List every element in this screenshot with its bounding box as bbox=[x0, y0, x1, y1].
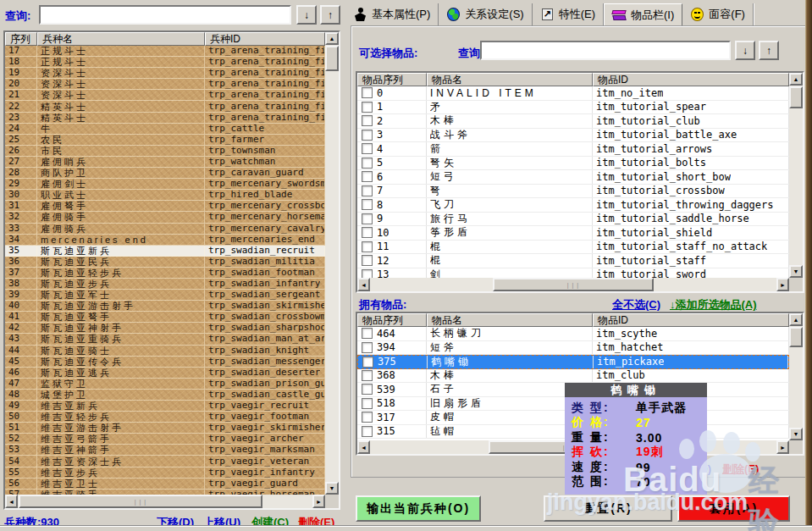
row-checkbox[interactable] bbox=[362, 115, 373, 126]
table-row[interactable]: 36斯瓦迪亚民兵trp_swadian_militia bbox=[5, 257, 325, 268]
table-row[interactable]: 2木棒itm_tutorial_club bbox=[357, 114, 789, 129]
table-row[interactable]: 51维吉亚游击射手trp_vaegir_skirmisher bbox=[5, 423, 325, 434]
tab-relations[interactable]: 关系设定(S) bbox=[439, 3, 532, 25]
table-row[interactable]: 41斯瓦迪亚弩手trp_swadian_crossbowm bbox=[5, 312, 325, 323]
scroll-up-button[interactable] bbox=[789, 73, 803, 86]
table-row[interactable]: 49维吉亚新兵trp_vaegir_recruit bbox=[5, 401, 325, 412]
column-header[interactable]: 物品ID bbox=[593, 313, 789, 327]
table-row[interactable]: 28商队护卫trp_caravan_guard bbox=[5, 168, 325, 179]
troop-search-input[interactable] bbox=[39, 5, 291, 25]
item-search-up-button[interactable]: ↑ bbox=[759, 41, 779, 60]
available-vscrollbar[interactable] bbox=[789, 73, 803, 278]
column-header[interactable]: 兵种ID bbox=[205, 32, 325, 46]
scroll-right-button[interactable] bbox=[312, 495, 325, 508]
table-row[interactable]: 464长柄镰刀itm_scythe bbox=[357, 327, 789, 341]
tab-basic[interactable]: 基本属性(P) bbox=[345, 3, 439, 25]
owned-vscrollbar[interactable] bbox=[789, 313, 803, 440]
scroll-right-button[interactable] bbox=[776, 278, 789, 291]
table-row[interactable]: 5弩矢itm_tutorial_bolts bbox=[357, 157, 789, 171]
row-checkbox[interactable] bbox=[362, 199, 373, 210]
row-checkbox[interactable] bbox=[362, 102, 373, 113]
row-checkbox[interactable] bbox=[362, 158, 373, 169]
table-row[interactable]: 40斯瓦迪亚游击射手trp_swadian_skirmisher bbox=[5, 301, 325, 312]
table-row[interactable]: 34mercenaries endtrp_mercenaries_end bbox=[5, 235, 325, 246]
column-header[interactable]: 物品序列 bbox=[357, 73, 427, 86]
table-row[interactable]: 375鹤嘴锄itm_pickaxe bbox=[357, 355, 789, 369]
row-checkbox[interactable] bbox=[362, 171, 373, 182]
table-row[interactable]: 21资深斗士trp_arena_training_fi bbox=[5, 90, 325, 101]
hscroll-thumb[interactable]: | | | bbox=[19, 495, 262, 508]
row-checkbox[interactable] bbox=[362, 185, 373, 196]
table-row[interactable]: 10筝形盾itm_tutorial_shield bbox=[357, 226, 789, 241]
table-row[interactable]: 26市民trp_townsman bbox=[5, 146, 325, 157]
row-checkbox[interactable] bbox=[362, 241, 373, 252]
scroll-down-button[interactable] bbox=[325, 482, 339, 495]
row-checkbox[interactable] bbox=[362, 143, 373, 154]
table-row[interactable]: 394短斧itm_hatchet bbox=[357, 341, 789, 356]
row-checkbox[interactable] bbox=[362, 269, 373, 278]
table-row[interactable]: 30职业武士trp_hired_blade bbox=[5, 190, 325, 201]
vscroll-thumb[interactable] bbox=[325, 46, 339, 71]
table-row[interactable]: 54维吉亚资深士兵trp_vaegir_veteran bbox=[5, 456, 325, 467]
apply-button[interactable]: 套用(A) bbox=[677, 495, 790, 522]
table-row[interactable]: 39斯瓦迪亚军士trp_swadian_sergeant bbox=[5, 290, 325, 301]
table-row[interactable]: 35斯瓦迪亚新兵trp_swadian_recruit bbox=[5, 246, 325, 257]
tab-traits[interactable]: 特性(E) bbox=[533, 3, 604, 25]
vscroll-thumb[interactable] bbox=[789, 327, 803, 347]
scroll-up-button[interactable] bbox=[789, 313, 803, 326]
table-row[interactable]: 17正规斗士trp_arena_training_fi bbox=[5, 46, 325, 57]
row-checkbox[interactable] bbox=[362, 227, 373, 238]
export-current-troop-button[interactable]: 输出当前兵种(O) bbox=[356, 495, 481, 522]
clear-all-link[interactable]: 全不选(C) bbox=[612, 297, 660, 313]
row-checkbox[interactable] bbox=[362, 384, 373, 395]
table-row[interactable]: 7弩itm_tutorial_crossbow bbox=[357, 185, 789, 199]
table-row[interactable]: 20资深斗士trp_arena_training_fi bbox=[5, 79, 325, 90]
table-row[interactable]: 47监狱守卫trp_swadian_prison_gu bbox=[5, 379, 325, 390]
owned-delete-link[interactable]: 删除(E) bbox=[722, 462, 759, 477]
row-checkbox[interactable] bbox=[362, 357, 373, 368]
table-row[interactable]: 6短弓itm_tutorial_short_bow bbox=[357, 170, 789, 185]
table-row[interactable]: 48城堡护卫trp_swadian_castle_gu bbox=[5, 390, 325, 401]
column-header[interactable]: 物品ID bbox=[593, 73, 789, 86]
table-row[interactable]: 9旅行马itm_tutorial_saddle_horse bbox=[357, 213, 789, 227]
table-row[interactable]: 0INVALID ITEMitm_no_item bbox=[357, 86, 789, 101]
row-checkbox[interactable] bbox=[362, 130, 373, 141]
table-row[interactable]: 22精英斗士trp_arena_training_fi bbox=[5, 101, 325, 112]
column-header[interactable]: 序列 bbox=[5, 32, 37, 46]
table-row[interactable]: 19资深斗士trp_arena_training_fi bbox=[5, 68, 325, 79]
table-row[interactable]: 33雇佣骑兵trp_mercenary_cavalry bbox=[5, 224, 325, 235]
table-row[interactable]: 27雇佣哨兵trp_watchman bbox=[5, 157, 325, 168]
table-row[interactable]: 11棍itm_tutorial_staff_no_attack bbox=[357, 241, 789, 255]
table-row[interactable]: 32雇佣骑手trp_mercenary_horsema bbox=[5, 212, 325, 223]
column-header[interactable]: 物品序列 bbox=[357, 313, 427, 327]
row-checkbox[interactable] bbox=[362, 87, 373, 98]
available-hscrollbar[interactable]: | | | bbox=[357, 278, 789, 291]
row-checkbox[interactable] bbox=[362, 342, 373, 353]
scroll-left-button[interactable] bbox=[357, 440, 370, 454]
row-checkbox[interactable] bbox=[362, 412, 373, 423]
row-checkbox[interactable] bbox=[362, 398, 373, 409]
table-row[interactable]: 42斯瓦迪亚神射手trp_swadian_sharpshoot bbox=[5, 323, 325, 334]
table-row[interactable]: 25农民trp_farmer bbox=[5, 135, 325, 146]
scroll-up-button[interactable] bbox=[325, 32, 339, 45]
scroll-right-button[interactable] bbox=[776, 440, 789, 454]
table-row[interactable]: 52维吉亚弓箭手trp_vaegir_archer bbox=[5, 434, 325, 445]
table-row[interactable]: 37斯瓦迪亚轻步兵trp_swadian_footman bbox=[5, 268, 325, 279]
table-row[interactable]: 46斯瓦迪亚逃兵trp_swadian_deserter bbox=[5, 368, 325, 379]
table-row[interactable]: 31雇佣弩手trp_mercenary_crossbo bbox=[5, 201, 325, 212]
table-row[interactable]: 56维吉亚卫士trp_vaegir_guard bbox=[5, 478, 325, 490]
table-row[interactable]: 4箭itm_tutorial_arrows bbox=[357, 142, 789, 157]
add-selected-items-link[interactable]: ↓添加所选物品(A) bbox=[670, 297, 757, 313]
row-checkbox[interactable] bbox=[362, 426, 373, 437]
scroll-down-button[interactable] bbox=[789, 428, 803, 440]
row-checkbox[interactable] bbox=[362, 255, 373, 266]
table-row[interactable]: 55维吉亚步兵trp_vaegir_infantry bbox=[5, 467, 325, 478]
item-search-input[interactable] bbox=[480, 41, 731, 60]
troop-search-up-button[interactable]: ↑ bbox=[320, 5, 340, 25]
table-row[interactable]: 13剑itm_tutorial_sword bbox=[357, 268, 789, 279]
table-row[interactable]: 53维吉亚神箭手trp_vaegir_marksman bbox=[5, 445, 325, 456]
row-checkbox[interactable] bbox=[362, 370, 373, 381]
scroll-down-button[interactable] bbox=[789, 265, 803, 278]
tab-items[interactable]: 物品栏(I) bbox=[604, 3, 682, 25]
troop-table-vscrollbar[interactable] bbox=[325, 32, 339, 495]
